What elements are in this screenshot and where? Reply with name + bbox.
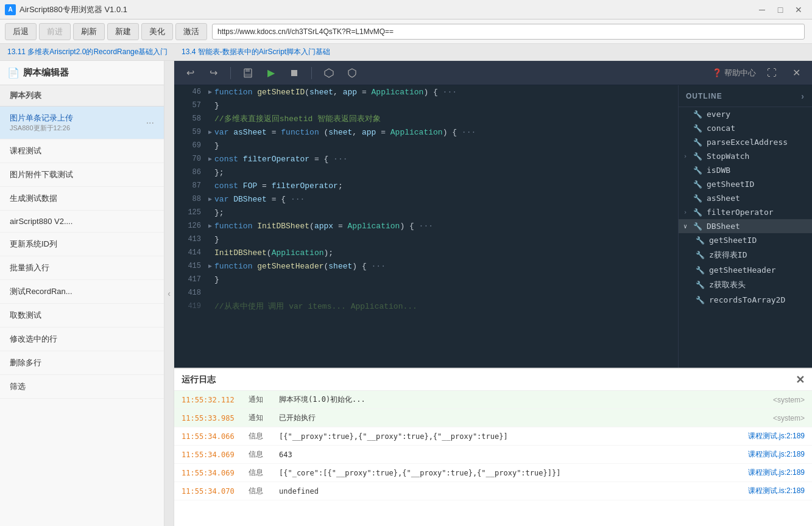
editor-help-area: ❓ 帮助中心 ⛶ ✕ — [712, 65, 805, 82]
refresh-button[interactable]: 刷新 — [73, 23, 105, 40]
outline-item-recordstoarray2d[interactable]: 🔧 recordsToArray2D — [679, 293, 812, 307]
breadcrumb-item-1[interactable]: 13.11 多维表Ariscript2.0的RecordRange基础入门 — [7, 47, 168, 57]
log-src-2: <system> — [773, 414, 805, 423]
help-center-button[interactable]: ❓ 帮助中心 — [712, 68, 756, 79]
undo-button[interactable]: ↩ — [182, 65, 199, 82]
outline-item-stopwatch[interactable]: › 🔧 StopWatch — [679, 149, 812, 163]
sidebar-item-content: 图片单条记录上传 JSA880更新于12:26 — [10, 113, 73, 133]
maximize-button[interactable]: □ — [772, 4, 789, 16]
outline-item-every[interactable]: 🔧 every — [679, 107, 812, 121]
log-src-1: <system> — [773, 396, 805, 404]
code-line-59: 59 ▶ var asSheet = function (sheet, app … — [174, 125, 678, 139]
run-log-close-button[interactable]: ✕ — [796, 373, 805, 387]
run-button[interactable]: ▶ — [263, 65, 280, 82]
outline-item-dbsheet[interactable]: ∨ 🔧 DBSheet — [679, 219, 812, 233]
outline-title: OUTLINE — [686, 92, 722, 100]
sidebar-item-filter[interactable]: 筛选 — [0, 375, 164, 399]
activate-button[interactable]: 激活 — [175, 23, 207, 40]
close-button[interactable]: ✕ — [790, 4, 807, 16]
toolbar-separator-1 — [230, 67, 231, 79]
breadcrumb-item-2[interactable]: 13.4 智能表-数据表中的AirScript脚本入门基础 — [182, 47, 330, 57]
sidebar-item-batch-insert[interactable]: 批量插入行 — [0, 256, 164, 280]
outline-label-getsheetid: getSheetID — [707, 180, 754, 189]
sidebar-header: 📄 脚本编辑器 — [0, 61, 164, 85]
help-label: 帮助中心 — [724, 68, 756, 79]
outline-item-concat[interactable]: 🔧 concat — [679, 121, 812, 135]
outline-item-getsheetheader[interactable]: 🔧 getSheetHeader — [679, 263, 812, 277]
editor-toolbar: ↩ ↪ ▶ ⏹ ❓ 帮助中心 ⛶ ✕ — [174, 61, 812, 85]
outline-icon-concat: 🔧 — [693, 124, 704, 133]
outline-item-zqutablehead[interactable]: 🔧 z获取表头 — [679, 277, 812, 293]
log-type-2: 通知 — [249, 413, 279, 423]
outline-icon-getsheetheader: 🔧 — [696, 266, 707, 275]
editor-area: ↩ ↪ ▶ ⏹ ❓ 帮助中心 ⛶ ✕ — [174, 61, 812, 526]
new-button[interactable]: 新建 — [107, 23, 139, 40]
sidebar-item-title: 图片单条记录上传 — [10, 113, 73, 124]
outline-label-every: every — [707, 110, 730, 119]
outline-icon-getsheetid-child: 🔧 — [696, 236, 707, 245]
expand-editor-button[interactable]: ⛶ — [763, 65, 780, 82]
code-line-88: 88 ▶ var DBSheet = { ··· — [174, 192, 678, 206]
log-time-3: 11:55:34.066 — [182, 432, 249, 441]
app-icon: A — [5, 4, 16, 15]
run-log-table: 11:55:32.112 通知 脚本环境(1.0)初始化... <system>… — [174, 391, 812, 526]
svg-marker-3 — [325, 69, 333, 77]
sidebar-item-course-test[interactable]: 课程测试 — [0, 139, 164, 163]
outline-item-filteroperator[interactable]: › 🔧 filterOperator — [679, 205, 812, 219]
outline-item-getsheetid-child[interactable]: 🔧 getSheetID — [679, 233, 812, 247]
log-type-4: 信息 — [249, 449, 279, 460]
code-line-126: 126 ▶ function InitDBSheet(appx = Applic… — [174, 219, 678, 233]
log-msg-6: undefined — [279, 487, 748, 496]
run-log-title: 运行日志 — [182, 374, 216, 385]
outline-item-getsheetid[interactable]: 🔧 getSheetID — [679, 177, 812, 191]
sidebar-icon: 📄 — [7, 67, 19, 79]
code-line-69: 69 ▶ } — [174, 139, 678, 152]
outline-item-zgdeid[interactable]: 🔧 z获得表ID — [679, 247, 812, 263]
redo-button[interactable]: ↪ — [205, 65, 222, 82]
sidebar-item-active[interactable]: 图片单条记录上传 JSA880更新于12:26 ··· — [0, 107, 164, 139]
save-button[interactable] — [239, 65, 256, 82]
sidebar-item-airscript[interactable]: airScript880 V2.... — [0, 211, 164, 233]
code-line-partial: 419 ▶ //从表中使用 调用 var items... Applicatio… — [174, 300, 678, 313]
log-row-4: 11:55:34.069 信息 643 课程测试.js:2:189 — [174, 446, 812, 464]
back-button[interactable]: 后退 — [5, 23, 37, 40]
outline-item-parseexcel[interactable]: 🔧 parseExcelAddress — [679, 135, 812, 149]
forward-button[interactable]: 前进 — [39, 23, 71, 40]
stop-button[interactable]: ⏹ — [286, 65, 303, 82]
breadcrumb: 13.11 多维表Ariscript2.0的RecordRange基础入门 13… — [0, 44, 812, 61]
outline-expand-button[interactable]: › — [801, 91, 805, 101]
module-button[interactable] — [320, 65, 337, 82]
outline-label-getsheetid-child: getSheetID — [709, 236, 757, 245]
code-line-418: 418 ▶ — [174, 286, 678, 300]
outline-item-assheet[interactable]: 🔧 asSheet — [679, 191, 812, 205]
log-time-2: 11:55:33.985 — [182, 414, 249, 423]
close-editor-button[interactable]: ✕ — [788, 65, 805, 82]
sidebar-item-update-id[interactable]: 更新系统ID列 — [0, 233, 164, 256]
sidebar-item-gen-data[interactable]: 生成测试数据 — [0, 187, 164, 211]
outline-label-stopwatch: StopWatch — [707, 152, 749, 161]
sidebar-list: 图片单条记录上传 JSA880更新于12:26 ··· 课程测试 图片附件下载测… — [0, 107, 164, 526]
sidebar-item-modify-row[interactable]: 修改选中的行 — [0, 328, 164, 351]
log-row-6: 11:55:34.070 信息 undefined 课程测试.is:2:189 — [174, 482, 812, 500]
sidebar-item-recordrange[interactable]: 测试RecordRan... — [0, 280, 164, 304]
beautify-button[interactable]: 美化 — [141, 23, 173, 40]
shield-button[interactable] — [344, 65, 361, 82]
sidebar-item-delete-rows[interactable]: 删除多行 — [0, 351, 164, 375]
code-line-58: 58 ▶ //多维表直接返回sheetid 智能表返回表对象 — [174, 112, 678, 125]
sidebar-item-image-download[interactable]: 图片附件下载测试 — [0, 163, 164, 187]
sidebar-item-more-icon[interactable]: ··· — [146, 117, 154, 128]
sidebar-item-fetch[interactable]: 取数测试 — [0, 304, 164, 328]
outline-item-isdwb[interactable]: 🔧 isDWB — [679, 163, 812, 177]
sidebar-collapse-handle[interactable]: ‹ — [164, 61, 174, 526]
log-time-6: 11:55:34.070 — [182, 487, 249, 496]
code-line-415: 415 ▶ function getSheetHeader(sheet) { ·… — [174, 259, 678, 273]
log-msg-2: 已开始执行 — [279, 413, 773, 423]
outline-icon-getsheetid: 🔧 — [693, 180, 704, 189]
sidebar: 📄 脚本编辑器 脚本列表 图片单条记录上传 JSA880更新于12:26 ···… — [0, 61, 164, 526]
outline-icon-parseexcel: 🔧 — [693, 138, 704, 147]
log-msg-1: 脚本环境(1.0)初始化... — [279, 394, 773, 405]
svg-rect-1 — [245, 69, 250, 72]
url-input[interactable] — [212, 24, 805, 40]
minimize-button[interactable]: ─ — [754, 4, 771, 16]
code-line-86: 86 ▶ }; — [174, 166, 678, 179]
